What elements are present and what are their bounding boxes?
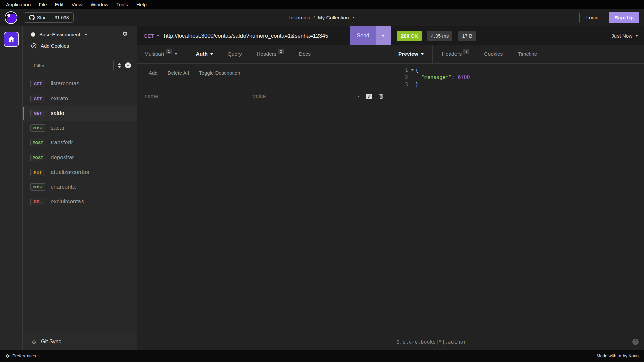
menu-item-edit[interactable]: Edit — [51, 0, 68, 9]
method-badge: POST — [30, 124, 45, 132]
add-request-button[interactable]: + — [125, 62, 131, 68]
send-button[interactable]: Send — [350, 26, 376, 45]
sort-button[interactable] — [117, 63, 122, 68]
line-number: 2 — [391, 74, 408, 80]
value-field[interactable]: value — [253, 90, 350, 102]
request-name: atualizarcontas — [51, 169, 89, 176]
response-tab-timeline[interactable]: Timeline — [510, 45, 544, 63]
name-field[interactable]: name — [145, 90, 241, 102]
menu-item-application[interactable]: Application — [2, 0, 35, 9]
tab-caret-icon — [421, 53, 424, 55]
response-history-dropdown[interactable]: Just Now — [611, 33, 638, 39]
menu-item-window[interactable]: Window — [87, 0, 112, 9]
cookie-icon — [31, 43, 37, 49]
filter-row: + — [23, 55, 137, 74]
signup-button[interactable]: Sign Up — [609, 12, 639, 23]
request-tab-headers[interactable]: Headers2 — [249, 45, 291, 63]
git-sync-label: Git Sync — [41, 339, 61, 345]
response-time-badge: 4.35 ms — [427, 31, 452, 41]
delete-all-button[interactable]: Delete All — [168, 70, 189, 76]
request-item-extrato[interactable]: GETextrato — [23, 91, 137, 106]
code-line: 3 } — [391, 81, 644, 88]
home-button[interactable] — [4, 32, 19, 47]
request-pane: GET http://localhost:3000/contas/saldo?n… — [137, 26, 391, 350]
add-cookies-row[interactable]: Add Cookies — [23, 39, 137, 52]
status-badge: 200 OK — [397, 31, 422, 41]
request-tab-multipart[interactable]: Multipart1 — [137, 45, 186, 63]
response-tab-headers[interactable]: Headers7 — [435, 45, 477, 63]
insomnia-logo-icon[interactable] — [5, 11, 17, 24]
request-name: transferir — [51, 139, 73, 146]
method-badge: POST — [30, 154, 45, 161]
code-line: 1 { — [391, 66, 644, 74]
url-bar: GET http://localhost:3000/contas/saldo?n… — [137, 26, 391, 45]
tab-label: Cookies — [484, 51, 503, 57]
environment-settings-button[interactable] — [122, 31, 128, 38]
tab-label: Preview — [398, 51, 418, 57]
value-options-caret-icon[interactable] — [357, 96, 360, 97]
request-name: extrato — [51, 95, 68, 102]
send-options-button[interactable] — [376, 26, 391, 45]
menu-item-view[interactable]: View — [67, 0, 86, 9]
breadcrumb-app-name[interactable]: Insomnia — [289, 15, 310, 21]
response-tab-cookies[interactable]: Cookies — [477, 45, 510, 63]
request-item-sacar[interactable]: POSTsacar — [23, 121, 137, 135]
heart-icon: ♥ — [618, 353, 621, 359]
trash-icon[interactable] — [378, 93, 384, 99]
add-item-button[interactable]: Add — [149, 70, 158, 76]
git-sync-row[interactable]: Git Sync — [23, 333, 137, 350]
response-filter-bar: $.store.books[*].author ? — [391, 334, 644, 350]
request-tab-docs[interactable]: Docs — [291, 45, 318, 63]
request-tab-query[interactable]: Query — [220, 45, 249, 63]
github-star-button[interactable]: Star — [24, 13, 50, 22]
response-filter-input[interactable]: $.store.books[*].author — [396, 339, 466, 345]
menu-item-help[interactable]: Help — [132, 0, 151, 9]
method-badge: GET — [30, 95, 45, 102]
fold-caret-icon — [411, 69, 414, 71]
tab-caret-icon — [210, 53, 213, 55]
url-input[interactable]: http://localhost:3000/contas/saldo?numer… — [164, 26, 350, 45]
filter-input[interactable] — [30, 60, 114, 71]
environment-dropdown-caret-icon[interactable] — [85, 34, 87, 35]
tab-label: Multipart — [144, 51, 164, 57]
filter-help-button[interactable]: ? — [632, 339, 639, 345]
breadcrumb: Insomnia / My Collection — [289, 15, 355, 21]
request-item-saldo[interactable]: GETsaldo — [23, 106, 137, 121]
response-meta-bar: 200 OK 4.35 ms 17 B Just Now — [391, 26, 644, 45]
breadcrumb-collection-name[interactable]: My Collection — [318, 15, 349, 21]
collection-dropdown-caret-icon[interactable] — [352, 17, 355, 18]
tab-label: Query — [228, 51, 242, 57]
request-list: GETlistarcontasGETextratoGETsaldoPOSTsac… — [23, 74, 137, 333]
response-tab-preview[interactable]: Preview — [391, 45, 433, 63]
json-key: "mensagem" — [421, 74, 451, 80]
environment-label[interactable]: Base Environment — [39, 32, 80, 37]
fold-toggle[interactable] — [409, 69, 415, 71]
method-dropdown[interactable]: GET — [137, 26, 164, 45]
request-item-listarcontas[interactable]: GETlistarcontas — [23, 76, 137, 91]
environment-color-icon — [31, 32, 35, 37]
row-enabled-checkbox[interactable]: ✓ — [366, 94, 372, 99]
method-badge: DEL — [30, 198, 45, 205]
request-item-excluircontas[interactable]: DELexcluircontas — [23, 194, 137, 209]
menu-item-tools[interactable]: Tools — [112, 0, 132, 9]
preferences-button[interactable]: Preferences — [5, 353, 36, 358]
login-button[interactable]: Login — [579, 12, 606, 23]
response-size-badge: 17 B — [458, 31, 476, 41]
tab-label: Timeline — [518, 51, 537, 57]
response-body[interactable]: 1 { 2 "mensagem": 6700 3 } — [391, 64, 644, 334]
request-tab-auth[interactable]: Auth — [189, 45, 220, 63]
tab-count-badge: 7 — [463, 49, 469, 54]
tab-label: Auth — [196, 51, 208, 57]
toggle-description-button[interactable]: Toggle Description — [199, 70, 240, 76]
github-star-widget: Star 31.038 — [24, 12, 74, 23]
menu-item-file[interactable]: File — [35, 0, 51, 9]
github-star-count[interactable]: 31.038 — [50, 13, 73, 22]
request-item-criarconta[interactable]: POSTcriarconta — [23, 180, 137, 194]
request-item-atualizarcontas[interactable]: PUTatualizarcontas — [23, 165, 137, 180]
request-item-depositar[interactable]: POSTdepositar — [23, 150, 137, 165]
gear-icon — [122, 31, 128, 37]
code-line: 2 "mensagem": 6700 — [391, 74, 644, 81]
header-auth-actions: Login Sign Up — [579, 12, 639, 23]
request-item-transferir[interactable]: POSTtransferir — [23, 135, 137, 150]
github-star-label: Star — [37, 15, 46, 20]
